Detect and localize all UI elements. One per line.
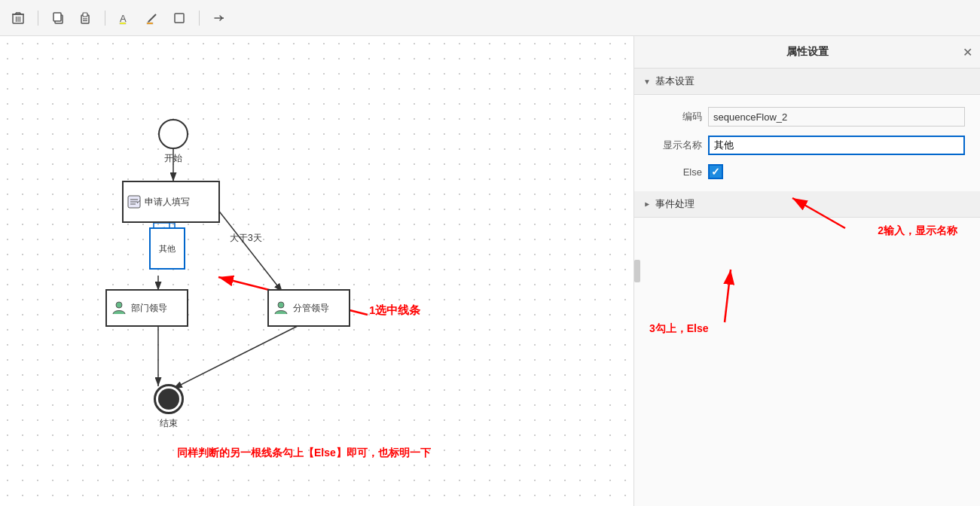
task3-node[interactable]: 分管领导: [267, 289, 350, 327]
sep2: [105, 11, 105, 26]
end-node[interactable]: 结束: [145, 383, 193, 431]
display-name-label: 显示名称: [649, 139, 702, 152]
else-checkbox[interactable]: ✓: [708, 164, 723, 179]
line-color-button[interactable]: [142, 8, 163, 29]
basic-settings-section: ▼ 基本设置 编码 显示名称 Else: [634, 69, 980, 191]
panel-title: 属性设置: [786, 45, 829, 57]
drag-handle[interactable]: [634, 260, 640, 282]
sep1: [38, 11, 38, 26]
main-toolbar: A: [0, 0, 980, 36]
task1-label: 申请人填写: [145, 196, 190, 209]
annotation-2: 2输入，显示名称: [878, 224, 957, 238]
event-triangle: ▼: [643, 200, 651, 208]
svg-line-41: [725, 270, 731, 322]
task2-label: 部门领导: [131, 302, 167, 315]
svg-rect-15: [120, 23, 126, 24]
task1-node[interactable]: 申请人填写: [122, 181, 220, 223]
svg-rect-11: [83, 13, 87, 17]
annotation-1: 1选中线条: [369, 303, 420, 318]
svg-line-26: [173, 326, 298, 389]
annotation-3: 3勾上，Else: [649, 322, 709, 336]
basic-settings-content: 编码 显示名称 Else ✓: [634, 95, 980, 191]
svg-point-38: [116, 302, 122, 308]
panel-header: 属性设置 ✕: [634, 36, 980, 69]
gateway-node[interactable]: 其他: [149, 227, 185, 270]
fill-color-button[interactable]: A: [114, 8, 136, 29]
else-row: Else ✓: [634, 160, 980, 184]
paste-button[interactable]: [75, 8, 96, 29]
section-triangle: ▼: [643, 78, 651, 86]
svg-text:大于3天: 大于3天: [230, 233, 262, 243]
checkbox-check-icon: ✓: [711, 166, 720, 177]
svg-point-39: [278, 302, 284, 308]
code-label: 编码: [649, 110, 702, 123]
gateway-label: 其他: [159, 243, 176, 255]
sep3: [199, 11, 200, 26]
svg-rect-17: [175, 14, 184, 23]
annotation-4: 同样判断的另一根线条勾上【Else】即可，也标明一下: [177, 447, 431, 460]
event-section-label: 事件处理: [655, 197, 695, 211]
code-input[interactable]: [708, 107, 965, 126]
basic-settings-label: 基本设置: [655, 75, 695, 88]
display-name-input[interactable]: [708, 136, 965, 155]
delete-button[interactable]: [8, 8, 29, 29]
event-section-header[interactable]: ▼ 事件处理: [634, 191, 980, 218]
basic-settings-header[interactable]: ▼ 基本设置: [634, 69, 980, 95]
svg-rect-9: [53, 13, 61, 21]
panel-close-button[interactable]: ✕: [963, 45, 972, 59]
display-name-row: 显示名称: [634, 131, 980, 160]
task3-label: 分管领导: [293, 302, 329, 315]
code-row: 编码: [634, 102, 980, 131]
start-node[interactable]: 开始: [149, 117, 197, 166]
arrow-button[interactable]: [209, 8, 230, 29]
task2-node[interactable]: 部门领导: [105, 289, 188, 327]
properties-panel: 属性设置 ✕ ▼ 基本设置 编码 显示名称: [633, 36, 980, 506]
main-area: 大于3天: [0, 36, 980, 506]
svg-rect-16: [147, 23, 153, 24]
else-label: Else: [649, 166, 702, 178]
end-label: 结束: [160, 417, 178, 430]
shape-button[interactable]: [169, 8, 190, 29]
svg-line-22: [215, 206, 282, 292]
event-section: ▼ 事件处理: [634, 191, 980, 218]
copy-button[interactable]: [47, 8, 69, 29]
start-label: 开始: [164, 152, 182, 165]
diagram-canvas[interactable]: 大于3天: [0, 36, 633, 506]
